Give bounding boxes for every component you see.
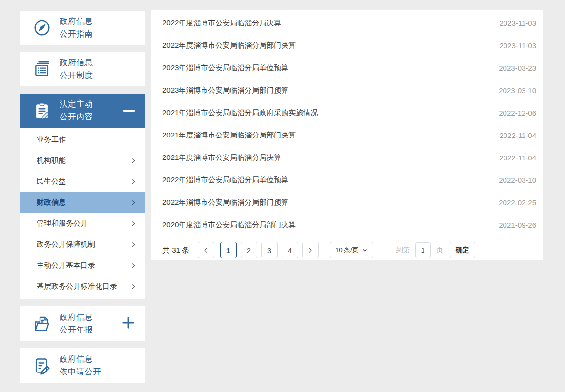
document-title: 2021年度淄博市公安局临淄分局部门决算 — [162, 131, 296, 140]
document-date: 2022-03-10 — [499, 176, 536, 184]
document-title: 2022年淄博市公安局临淄分局单位预算 — [162, 176, 288, 185]
prev-page-button[interactable] — [198, 242, 214, 258]
document-list: 2022年度淄博市公安局临淄分局决算 2023-11-03 2022年度淄博市公… — [162, 12, 536, 236]
document-date: 2022-02-25 — [499, 198, 536, 207]
goto-page-input[interactable] — [415, 242, 431, 258]
chevron-left-icon — [202, 247, 209, 254]
chevron-right-icon — [130, 178, 137, 185]
sidebar-section-label: 政府信息 依申请公开 — [60, 353, 101, 378]
document-title: 2022年淄博市公安局临淄分局部门预算 — [162, 198, 288, 207]
minus-icon[interactable] — [123, 110, 135, 112]
book-icon — [33, 60, 51, 78]
document-date: 2023-11-03 — [499, 41, 536, 50]
menu-item-label: 机构职能 — [37, 156, 66, 165]
menu-item-basic-catalog[interactable]: 主动公开基本目录 — [20, 255, 145, 276]
document-date: 2022-12-06 — [499, 109, 536, 117]
page-button-1[interactable]: 1 — [220, 242, 237, 258]
content-panel: 2022年度淄博市公安局临淄分局决算 2023-11-03 2022年度淄博市公… — [151, 10, 543, 260]
chevron-right-icon — [130, 283, 137, 290]
doc-edit-icon — [33, 356, 51, 375]
menu-item-grassroots-catalog[interactable]: 基层政务公开标准化目录 — [20, 276, 145, 297]
sidebar-section-annual-report[interactable]: 政府信息 公开年报 — [20, 306, 145, 341]
page-size-select[interactable]: 10 条/页 — [330, 242, 373, 258]
document-date: 2023-03-10 — [499, 86, 536, 95]
list-item[interactable]: 2023年淄博市公安局临淄分局单位预算 2023-03-23 — [162, 57, 536, 79]
sidebar-section-request-disclosure[interactable]: 政府信息 依申请公开 — [20, 348, 145, 383]
page-size-label: 10 条/页 — [335, 246, 359, 255]
list-item[interactable]: 2021年度淄博市公安局临淄分局决算 2022-11-04 — [162, 146, 536, 169]
list-item[interactable]: 2022年度淄博市公安局临淄分局决算 2023-11-03 — [162, 12, 536, 34]
sidebar: 政府信息 公开指南 政府信息 公开制度 — [20, 11, 145, 391]
document-title: 2020年度淄博市公安局临淄分局部门决算 — [162, 220, 296, 230]
chevron-down-icon — [362, 247, 368, 253]
menu-item-organization-functions[interactable]: 机构职能 — [20, 150, 145, 171]
sidebar-section-label: 法定主动 公开内容 — [60, 98, 93, 123]
goto-page-group: 到第 页 — [396, 242, 443, 258]
page-button-4[interactable]: 4 — [282, 242, 298, 258]
document-date: 2021-09-26 — [499, 221, 536, 229]
menu-item-label: 民生公益 — [37, 177, 66, 186]
menu-item-guarantee-mechanism[interactable]: 政务公开保障机制 — [20, 234, 145, 255]
chevron-right-icon — [130, 220, 137, 227]
list-item[interactable]: 2022年度淄博市公安局临淄分局部门决算 2023-11-03 — [162, 34, 536, 57]
page-button-2[interactable]: 2 — [241, 242, 257, 258]
sidebar-section-label: 政府信息 公开指南 — [60, 15, 93, 40]
menu-item-label: 业务工作 — [37, 135, 66, 144]
document-title: 2023年淄博市公安局临淄分局部门预算 — [162, 86, 288, 95]
list-item[interactable]: 2022年淄博市公安局临淄分局部门预算 2022-02-25 — [162, 191, 536, 214]
list-item[interactable]: 2020年度淄博市公安局临淄分局部门决算 2021-09-26 — [162, 214, 536, 236]
menu-item-label: 基层政务公开标准化目录 — [37, 282, 117, 291]
document-date: 2023-11-03 — [499, 19, 536, 27]
pagination: 共 31 条 1 2 3 4 10 条/页 — [162, 241, 536, 259]
menu-item-management-service[interactable]: 管理和服务公开 — [20, 213, 145, 234]
document-date: 2023-03-23 — [499, 64, 536, 72]
document-title: 2021年淄博市公安局临淄分局政府采购实施情况 — [162, 108, 318, 118]
plus-icon[interactable] — [121, 315, 136, 332]
sidebar-section-system[interactable]: 政府信息 公开制度 — [20, 52, 145, 86]
list-item[interactable]: 2021年淄博市公安局临淄分局政府采购实施情况 2022-12-06 — [162, 101, 536, 124]
chevron-right-icon — [130, 241, 137, 248]
document-title: 2022年度淄博市公安局临淄分局部门决算 — [162, 41, 296, 50]
list-item[interactable]: 2023年淄博市公安局临淄分局部门预算 2023-03-10 — [162, 79, 536, 101]
chevron-right-icon — [130, 157, 137, 164]
menu-item-label: 主动公开基本目录 — [37, 261, 95, 270]
sidebar-section-legal-disclosure[interactable]: 法定主动 公开内容 — [20, 94, 145, 128]
chevron-right-icon — [130, 262, 137, 269]
document-date: 2022-11-04 — [499, 154, 536, 162]
sidebar-section-label: 政府信息 公开制度 — [60, 57, 93, 82]
sidebar-section-guide[interactable]: 政府信息 公开指南 — [20, 11, 145, 45]
document-title: 2022年度淄博市公安局临淄分局决算 — [162, 19, 281, 28]
document-title: 2023年淄博市公安局临淄分局单位预算 — [162, 63, 288, 73]
menu-item-label: 管理和服务公开 — [37, 219, 88, 228]
sidebar-section-label: 政府信息 公开年报 — [60, 311, 93, 336]
total-count: 共 31 条 — [162, 246, 189, 255]
goto-suffix-label: 页 — [436, 246, 443, 255]
submenu: 业务工作 机构职能 民生公益 财政信息 — [20, 128, 145, 299]
next-page-button[interactable] — [302, 242, 319, 258]
clipboard-pen-icon — [33, 101, 51, 120]
folder-icon — [33, 314, 51, 333]
list-item[interactable]: 2022年淄博市公安局临淄分局单位预算 2022-03-10 — [162, 169, 536, 191]
page-button-3[interactable]: 3 — [261, 242, 278, 258]
document-date: 2022-11-04 — [499, 131, 536, 139]
compass-icon — [33, 19, 51, 37]
list-item[interactable]: 2021年度淄博市公安局临淄分局部门决算 2022-11-04 — [162, 124, 536, 146]
chevron-right-icon — [130, 199, 137, 206]
confirm-button[interactable]: 确定 — [450, 242, 475, 258]
menu-item-fiscal-information[interactable]: 财政信息 — [20, 192, 145, 213]
document-title: 2021年度淄博市公安局临淄分局决算 — [162, 153, 281, 162]
chevron-right-icon — [307, 247, 314, 254]
menu-item-public-welfare[interactable]: 民生公益 — [20, 171, 145, 192]
menu-item-business-work[interactable]: 业务工作 — [20, 129, 145, 150]
menu-item-label: 政务公开保障机制 — [37, 240, 95, 249]
goto-prefix-label: 到第 — [396, 246, 410, 255]
menu-item-label: 财政信息 — [37, 198, 66, 207]
sidebar-section-legal-group: 法定主动 公开内容 业务工作 机构职能 民生公益 — [20, 94, 145, 299]
